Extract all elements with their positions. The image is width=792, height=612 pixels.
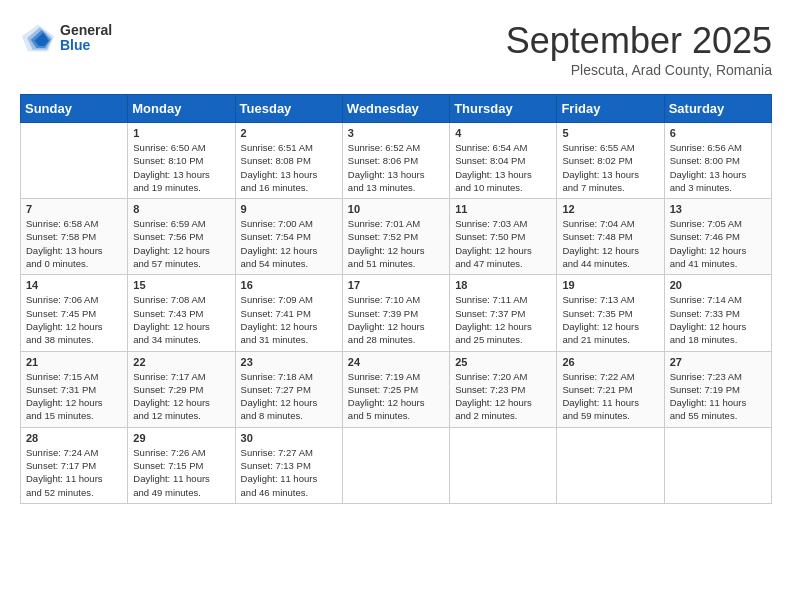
calendar-cell: 18Sunrise: 7:11 AM Sunset: 7:37 PM Dayli… (450, 275, 557, 351)
day-info: Sunrise: 6:56 AM Sunset: 8:00 PM Dayligh… (670, 141, 766, 194)
logo-general: General (60, 23, 112, 38)
day-number: 29 (133, 432, 229, 444)
day-number: 22 (133, 356, 229, 368)
calendar-cell: 1Sunrise: 6:50 AM Sunset: 8:10 PM Daylig… (128, 123, 235, 199)
calendar-cell: 11Sunrise: 7:03 AM Sunset: 7:50 PM Dayli… (450, 199, 557, 275)
day-info: Sunrise: 7:23 AM Sunset: 7:19 PM Dayligh… (670, 370, 766, 423)
calendar-cell: 14Sunrise: 7:06 AM Sunset: 7:45 PM Dayli… (21, 275, 128, 351)
day-info: Sunrise: 7:27 AM Sunset: 7:13 PM Dayligh… (241, 446, 337, 499)
day-number: 6 (670, 127, 766, 139)
weekday-monday: Monday (128, 95, 235, 123)
calendar-cell (664, 427, 771, 503)
day-info: Sunrise: 7:24 AM Sunset: 7:17 PM Dayligh… (26, 446, 122, 499)
calendar-cell: 25Sunrise: 7:20 AM Sunset: 7:23 PM Dayli… (450, 351, 557, 427)
calendar-cell: 19Sunrise: 7:13 AM Sunset: 7:35 PM Dayli… (557, 275, 664, 351)
logo-text: General Blue (60, 23, 112, 54)
day-info: Sunrise: 7:26 AM Sunset: 7:15 PM Dayligh… (133, 446, 229, 499)
page-header: General Blue September 2025 Plescuta, Ar… (20, 20, 772, 78)
logo-icon (20, 20, 56, 56)
weekday-tuesday: Tuesday (235, 95, 342, 123)
day-number: 21 (26, 356, 122, 368)
day-info: Sunrise: 6:55 AM Sunset: 8:02 PM Dayligh… (562, 141, 658, 194)
weekday-thursday: Thursday (450, 95, 557, 123)
day-number: 5 (562, 127, 658, 139)
day-info: Sunrise: 6:52 AM Sunset: 8:06 PM Dayligh… (348, 141, 444, 194)
day-info: Sunrise: 7:10 AM Sunset: 7:39 PM Dayligh… (348, 293, 444, 346)
calendar-cell: 21Sunrise: 7:15 AM Sunset: 7:31 PM Dayli… (21, 351, 128, 427)
day-info: Sunrise: 7:01 AM Sunset: 7:52 PM Dayligh… (348, 217, 444, 270)
calendar-cell: 2Sunrise: 6:51 AM Sunset: 8:08 PM Daylig… (235, 123, 342, 199)
day-info: Sunrise: 6:58 AM Sunset: 7:58 PM Dayligh… (26, 217, 122, 270)
logo: General Blue (20, 20, 112, 56)
calendar-cell (342, 427, 449, 503)
day-number: 26 (562, 356, 658, 368)
day-number: 13 (670, 203, 766, 215)
weekday-friday: Friday (557, 95, 664, 123)
calendar-cell (21, 123, 128, 199)
calendar-cell: 9Sunrise: 7:00 AM Sunset: 7:54 PM Daylig… (235, 199, 342, 275)
day-info: Sunrise: 7:05 AM Sunset: 7:46 PM Dayligh… (670, 217, 766, 270)
calendar: SundayMondayTuesdayWednesdayThursdayFrid… (20, 94, 772, 504)
calendar-cell: 3Sunrise: 6:52 AM Sunset: 8:06 PM Daylig… (342, 123, 449, 199)
week-row-5: 28Sunrise: 7:24 AM Sunset: 7:17 PM Dayli… (21, 427, 772, 503)
day-info: Sunrise: 7:19 AM Sunset: 7:25 PM Dayligh… (348, 370, 444, 423)
weekday-header-row: SundayMondayTuesdayWednesdayThursdayFrid… (21, 95, 772, 123)
calendar-cell: 30Sunrise: 7:27 AM Sunset: 7:13 PM Dayli… (235, 427, 342, 503)
day-info: Sunrise: 6:59 AM Sunset: 7:56 PM Dayligh… (133, 217, 229, 270)
calendar-cell: 10Sunrise: 7:01 AM Sunset: 7:52 PM Dayli… (342, 199, 449, 275)
calendar-cell (557, 427, 664, 503)
calendar-cell: 22Sunrise: 7:17 AM Sunset: 7:29 PM Dayli… (128, 351, 235, 427)
day-info: Sunrise: 7:18 AM Sunset: 7:27 PM Dayligh… (241, 370, 337, 423)
calendar-cell: 7Sunrise: 6:58 AM Sunset: 7:58 PM Daylig… (21, 199, 128, 275)
day-number: 19 (562, 279, 658, 291)
day-number: 1 (133, 127, 229, 139)
day-number: 17 (348, 279, 444, 291)
logo-blue: Blue (60, 38, 112, 53)
day-info: Sunrise: 7:03 AM Sunset: 7:50 PM Dayligh… (455, 217, 551, 270)
day-number: 10 (348, 203, 444, 215)
day-info: Sunrise: 7:13 AM Sunset: 7:35 PM Dayligh… (562, 293, 658, 346)
calendar-cell: 13Sunrise: 7:05 AM Sunset: 7:46 PM Dayli… (664, 199, 771, 275)
calendar-cell: 29Sunrise: 7:26 AM Sunset: 7:15 PM Dayli… (128, 427, 235, 503)
week-row-1: 1Sunrise: 6:50 AM Sunset: 8:10 PM Daylig… (21, 123, 772, 199)
calendar-body: 1Sunrise: 6:50 AM Sunset: 8:10 PM Daylig… (21, 123, 772, 504)
day-number: 23 (241, 356, 337, 368)
week-row-3: 14Sunrise: 7:06 AM Sunset: 7:45 PM Dayli… (21, 275, 772, 351)
day-number: 4 (455, 127, 551, 139)
calendar-cell: 27Sunrise: 7:23 AM Sunset: 7:19 PM Dayli… (664, 351, 771, 427)
weekday-saturday: Saturday (664, 95, 771, 123)
calendar-cell: 28Sunrise: 7:24 AM Sunset: 7:17 PM Dayli… (21, 427, 128, 503)
day-info: Sunrise: 7:04 AM Sunset: 7:48 PM Dayligh… (562, 217, 658, 270)
weekday-sunday: Sunday (21, 95, 128, 123)
day-number: 24 (348, 356, 444, 368)
day-number: 18 (455, 279, 551, 291)
day-number: 15 (133, 279, 229, 291)
calendar-cell: 5Sunrise: 6:55 AM Sunset: 8:02 PM Daylig… (557, 123, 664, 199)
day-number: 11 (455, 203, 551, 215)
day-number: 12 (562, 203, 658, 215)
day-info: Sunrise: 7:09 AM Sunset: 7:41 PM Dayligh… (241, 293, 337, 346)
calendar-cell: 16Sunrise: 7:09 AM Sunset: 7:41 PM Dayli… (235, 275, 342, 351)
day-info: Sunrise: 7:15 AM Sunset: 7:31 PM Dayligh… (26, 370, 122, 423)
calendar-cell: 8Sunrise: 6:59 AM Sunset: 7:56 PM Daylig… (128, 199, 235, 275)
day-number: 28 (26, 432, 122, 444)
location: Plescuta, Arad County, Romania (506, 62, 772, 78)
day-number: 30 (241, 432, 337, 444)
calendar-cell (450, 427, 557, 503)
day-info: Sunrise: 7:17 AM Sunset: 7:29 PM Dayligh… (133, 370, 229, 423)
day-info: Sunrise: 7:06 AM Sunset: 7:45 PM Dayligh… (26, 293, 122, 346)
day-number: 16 (241, 279, 337, 291)
month-title: September 2025 (506, 20, 772, 62)
title-block: September 2025 Plescuta, Arad County, Ro… (506, 20, 772, 78)
day-info: Sunrise: 6:51 AM Sunset: 8:08 PM Dayligh… (241, 141, 337, 194)
calendar-cell: 4Sunrise: 6:54 AM Sunset: 8:04 PM Daylig… (450, 123, 557, 199)
day-info: Sunrise: 6:50 AM Sunset: 8:10 PM Dayligh… (133, 141, 229, 194)
calendar-cell: 20Sunrise: 7:14 AM Sunset: 7:33 PM Dayli… (664, 275, 771, 351)
week-row-4: 21Sunrise: 7:15 AM Sunset: 7:31 PM Dayli… (21, 351, 772, 427)
day-info: Sunrise: 7:20 AM Sunset: 7:23 PM Dayligh… (455, 370, 551, 423)
day-info: Sunrise: 7:11 AM Sunset: 7:37 PM Dayligh… (455, 293, 551, 346)
day-number: 7 (26, 203, 122, 215)
calendar-cell: 24Sunrise: 7:19 AM Sunset: 7:25 PM Dayli… (342, 351, 449, 427)
calendar-cell: 26Sunrise: 7:22 AM Sunset: 7:21 PM Dayli… (557, 351, 664, 427)
calendar-cell: 23Sunrise: 7:18 AM Sunset: 7:27 PM Dayli… (235, 351, 342, 427)
